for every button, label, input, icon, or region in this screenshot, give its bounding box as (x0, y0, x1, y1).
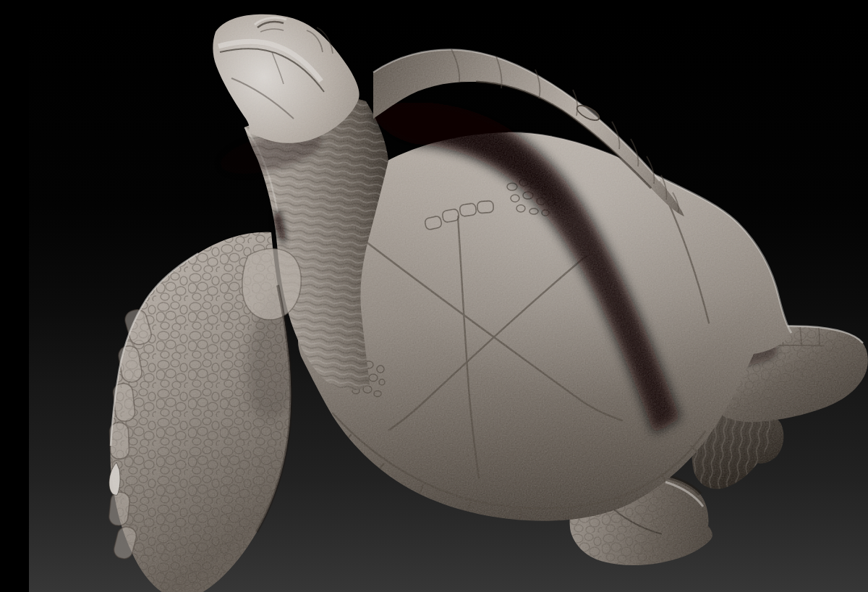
turtle-sculpt-canvas: Digital clay render of a sea turtle scul… (29, 12, 868, 592)
viewport-render: Digital clay render of a sea turtle scul… (29, 12, 868, 592)
